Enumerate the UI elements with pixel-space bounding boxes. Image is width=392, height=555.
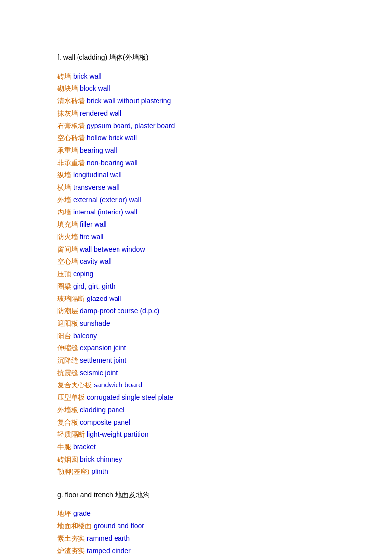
entry-chinese: 清水砖墙 [57,96,85,106]
entry-english: hollow brick wall [87,133,137,143]
entry-0-30: 牛腿bracket [57,442,335,452]
entry-chinese: 玻璃隔断 [57,294,85,304]
entry-chinese: 复合板 [57,417,78,427]
entry-english: expansion joint [80,343,126,353]
entry-english: bearing wall [80,145,117,156]
entry-0-18: 玻璃隔断glazed wall [57,294,335,304]
entry-0-7: 非承重墙non-bearing wall [57,158,335,168]
entry-chinese: 压顶 [57,269,71,279]
section-header-chinese: 地面及地沟 [115,491,150,499]
entry-0-15: 空心墙cavity wall [57,256,335,267]
entry-chinese: 遮阳板 [57,318,78,329]
entry-english: brick wall [73,71,102,82]
entry-0-26: 压型单板corrugated single steel plate [57,392,335,403]
page-content: f. wall (cladding) 墙体(外墙板)砖墙brick wall砌块… [57,53,335,555]
entry-0-16: 压顶coping [57,269,335,279]
entry-0-5: 空心砖墙hollow brick wall [57,133,335,143]
entry-chinese: 抹灰墙 [57,108,78,119]
entry-chinese: 空心墙 [57,256,78,267]
entry-chinese: 素土夯实 [57,533,85,544]
entry-chinese: 轻质隔断 [57,429,85,440]
entry-english: cavity wall [80,256,112,267]
entry-chinese: 圈梁 [57,281,71,292]
section-header-prefix: g. floor and trench [57,491,115,499]
entry-english: balcony [73,331,97,341]
entry-0-20: 遮阳板sunshade [57,318,335,329]
entry-0-28: 复合板composite panel [57,417,335,427]
entry-chinese: 外墙板 [57,405,78,415]
entry-english: composite panel [80,417,130,427]
entry-chinese: 填充墙 [57,219,78,230]
entry-0-31: 砖烟囱brick chimney [57,454,335,465]
entry-english: transverse wall [73,182,119,193]
entry-0-23: 沉降缝settlement joint [57,355,335,366]
entry-chinese: 空心砖墙 [57,133,85,143]
entry-chinese: 牛腿 [57,442,71,452]
entry-chinese: 阳台 [57,331,71,341]
entry-english: gird, girt, girth [73,281,116,292]
entry-english: fire wall [80,232,103,242]
entry-english: light-weight partition [87,429,149,440]
entry-1-3: 炉渣夯实tamped cinder [57,546,335,555]
entry-chinese: 石膏板墙 [57,121,85,131]
entry-chinese: 承重墙 [57,145,78,156]
entry-0-3: 抹灰墙rendered wall [57,108,335,119]
entry-english: grade [73,509,91,519]
entry-chinese: 伸缩缝 [57,343,78,353]
section-section-f: f. wall (cladding) 墙体(外墙板)砖墙brick wall砌块… [57,53,335,477]
entry-english: longitudinal wall [73,170,122,180]
entry-chinese: 外墙 [57,195,71,205]
entry-0-19: 防潮层damp-proof course (d.p.c) [57,306,335,316]
entry-1-0: 地坪grade [57,509,335,519]
entry-english: sunshade [80,318,110,329]
entry-english: internal (interior) wall [73,207,137,217]
entry-english: wall between window [80,244,145,255]
entry-0-27: 外墙板cladding panel [57,405,335,415]
entry-0-1: 砌块墙block wall [57,84,335,94]
entry-english: damp-proof course (d.p.c) [80,306,159,316]
entry-english: filler wall [80,219,107,230]
entry-1-2: 素土夯实rammed earth [57,533,335,544]
entry-english: non-bearing wall [87,158,138,168]
entry-1-1: 地面和楼面ground and floor [57,521,335,531]
entry-english: seismic joint [80,368,118,378]
section-header-section-g: g. floor and trench 地面及地沟 [57,491,335,500]
entry-0-14: 窗间墙wall between window [57,244,335,255]
entry-chinese: 砖烟囱 [57,454,78,465]
entry-chinese: 压型单板 [57,392,85,403]
entry-english: coping [73,269,93,279]
entry-chinese: 砖墙 [57,71,71,82]
entry-english: bracket [73,442,96,452]
entry-english: plinth [91,467,108,477]
entry-english: corrugated single steel plate [87,392,173,403]
entry-0-25: 复合夹心板sandwich board [57,380,335,390]
entry-english: external (exterior) wall [73,195,141,205]
entry-chinese: 纵墙 [57,170,71,180]
entry-english: brick wall without plastering [87,96,171,106]
entry-chinese: 非承重墙 [57,158,85,168]
entry-chinese: 复合夹心板 [57,380,92,390]
entry-english: sandwich board [94,380,142,390]
entry-chinese: 抗震缝 [57,368,78,378]
entry-english: cladding panel [80,405,124,415]
entry-english: settlement joint [80,355,126,366]
entry-0-12: 填充墙filler wall [57,219,335,230]
entry-0-13: 防火墙fire wall [57,232,335,242]
entry-chinese: 炉渣夯实 [57,546,85,555]
entry-0-10: 外墙external (exterior) wall [57,195,335,205]
entry-chinese: 沉降缝 [57,355,78,366]
entry-english: rendered wall [80,108,121,119]
entry-0-0: 砖墙brick wall [57,71,335,82]
entry-0-2: 清水砖墙brick wall without plastering [57,96,335,106]
entry-english: tamped cinder [87,546,131,555]
entry-chinese: 窗间墙 [57,244,78,255]
entry-0-17: 圈梁gird, girt, girth [57,281,335,292]
entry-chinese: 砌块墙 [57,84,78,94]
entry-chinese: 地面和楼面 [57,521,92,531]
entry-english: glazed wall [87,294,121,304]
section-header-chinese: 墙体(外墙板) [109,53,148,61]
section-section-g: g. floor and trench 地面及地沟地坪grade地面和楼面gro… [57,491,335,555]
entry-0-22: 伸缩缝expansion joint [57,343,335,353]
entry-chinese: 勒脚(基座) [57,467,89,477]
entry-chinese: 防潮层 [57,306,78,316]
